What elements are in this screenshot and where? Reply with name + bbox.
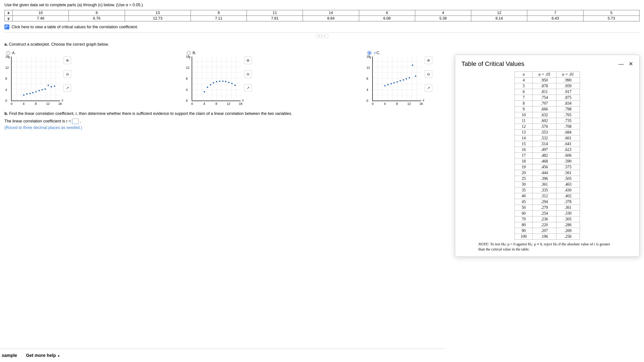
cv-cell: .684 <box>556 130 580 135</box>
cv-row: 18.468.590 <box>515 158 580 164</box>
cv-row: 12.576.708 <box>515 124 580 130</box>
get-more-help-button[interactable]: Get more help ▲ <box>26 353 60 358</box>
option-label: C. <box>376 51 380 55</box>
zoom-out-icon[interactable]: ⊖ <box>64 70 71 78</box>
cv-cell: 17 <box>515 153 532 158</box>
example-button[interactable]: xample <box>2 353 17 358</box>
cv-cell: .207 <box>532 228 556 234</box>
cv-cell: .553 <box>532 130 556 135</box>
cell-y: 5.73 <box>583 16 639 21</box>
divider <box>4 33 640 33</box>
scatterplot-b: 04812160481216yx <box>192 57 240 101</box>
cv-row: 80.220.286 <box>515 222 580 228</box>
check-icon: ✔ <box>374 51 376 55</box>
popout-icon[interactable]: ↗ <box>64 84 71 92</box>
minimize-icon[interactable]: — <box>618 61 624 67</box>
cv-cell: 45 <box>515 199 532 205</box>
cell-x: 10 <box>13 10 69 16</box>
cv-header: α = .05 <box>532 72 556 77</box>
cell-x: 9 <box>190 10 246 16</box>
cv-cell: 20 <box>515 170 532 176</box>
cv-cell: 40 <box>515 193 532 199</box>
bottom-bar: xample Get more help ▲ <box>0 348 445 362</box>
cv-cell: .878 <box>532 83 556 89</box>
cv-row: 15.514.641 <box>515 141 580 147</box>
cv-header: n <box>515 72 532 77</box>
cell-y: 6.43 <box>527 16 583 21</box>
cv-cell: .606 <box>556 153 580 158</box>
cell-x: 5 <box>583 10 639 16</box>
cell-y: 12.73 <box>125 16 190 21</box>
expand-dots[interactable]: • • • <box>315 34 329 38</box>
cv-cell: .641 <box>556 141 580 147</box>
cv-cell: .661 <box>556 135 580 141</box>
cv-cell: .312 <box>532 193 556 199</box>
cell-x: 8 <box>69 10 125 16</box>
cv-cell: .305 <box>556 216 580 222</box>
option-label: B. <box>192 51 196 55</box>
part-b-prompt: b. Find the linear correlation coefficie… <box>4 111 440 116</box>
cv-row: 17.482.606 <box>515 153 580 158</box>
cv-cell: .707 <box>532 101 556 106</box>
critical-values-link[interactable]: Click here to view a table of critical v… <box>4 25 640 29</box>
cv-cell: 19 <box>515 164 532 170</box>
cv-cell: .196 <box>532 234 556 240</box>
cv-header: α = .01 <box>556 72 580 77</box>
cv-cell: .834 <box>556 101 580 106</box>
zoom-out-icon[interactable]: ⊖ <box>244 70 252 78</box>
cv-cell: .482 <box>532 153 556 158</box>
part-a-prompt: a. Construct a scatterplot. Choose the c… <box>4 42 640 47</box>
zoom-in-icon[interactable]: ⊕ <box>425 57 432 64</box>
cell-y: 6.08 <box>359 16 415 21</box>
r-input[interactable] <box>72 119 79 124</box>
critical-values-link-label: Click here to view a table of critical v… <box>12 25 138 29</box>
cv-cell: 18 <box>515 158 532 164</box>
cv-cell: .708 <box>556 124 580 130</box>
cv-cell: 8 <box>515 101 532 106</box>
cv-cell: .254 <box>532 211 556 216</box>
cv-row: 10.632.765 <box>515 112 580 118</box>
cell-x: 4 <box>415 10 471 16</box>
cv-cell: 7 <box>515 95 532 101</box>
cv-row: 14.532.661 <box>515 135 580 141</box>
close-icon[interactable]: ✕ <box>629 61 633 67</box>
zoom-out-icon[interactable]: ⊖ <box>425 70 432 78</box>
cv-cell: .590 <box>556 158 580 164</box>
row-y-header: y <box>5 16 13 21</box>
cv-cell: .632 <box>532 112 556 118</box>
popout-icon[interactable]: ↗ <box>244 84 252 92</box>
cv-cell: .335 <box>532 188 556 193</box>
cell-x: 12 <box>471 10 527 16</box>
zoom-in-icon[interactable]: ⊕ <box>64 57 71 64</box>
cv-row: 100.196.256 <box>515 234 580 240</box>
cv-cell: 5 <box>515 83 532 89</box>
cv-cell: .666 <box>532 106 556 112</box>
cv-cell: .396 <box>532 176 556 182</box>
cv-cell: .256 <box>556 234 580 240</box>
cv-row: 11.602.735 <box>515 118 580 124</box>
radio-option-b[interactable] <box>187 51 191 55</box>
cv-cell: 50 <box>515 205 532 211</box>
cv-row: 90.207.269 <box>515 228 580 234</box>
cv-cell: .959 <box>556 83 580 89</box>
zoom-in-icon[interactable]: ⊕ <box>244 57 252 64</box>
cv-cell: 70 <box>515 216 532 222</box>
radio-option-c[interactable] <box>367 51 371 55</box>
cv-cell: .576 <box>532 124 556 130</box>
cell-x: 6 <box>359 10 415 16</box>
popout-icon[interactable]: ↗ <box>425 84 432 92</box>
critical-values-table: nα = .05α = .01 4.950.9905.878.9596.811.… <box>514 71 580 240</box>
cv-row: 6.811.917 <box>515 89 580 95</box>
cv-cell: 100 <box>515 234 532 240</box>
radio-option-a[interactable] <box>6 51 10 55</box>
cv-cell: 4 <box>515 77 532 83</box>
cell-y: 7.11 <box>190 16 246 21</box>
cv-row: 7.754.875 <box>515 95 580 101</box>
cell-x: 14 <box>303 10 359 16</box>
cv-cell: 35 <box>515 188 532 193</box>
cv-cell: 25 <box>515 176 532 182</box>
cv-cell: .361 <box>532 182 556 188</box>
cv-row: 5.878.959 <box>515 83 580 89</box>
cv-cell: .497 <box>532 147 556 153</box>
panel-note: NOTE: To test H₀: ρ = 0 against H₁: ρ ≠ … <box>478 242 616 252</box>
